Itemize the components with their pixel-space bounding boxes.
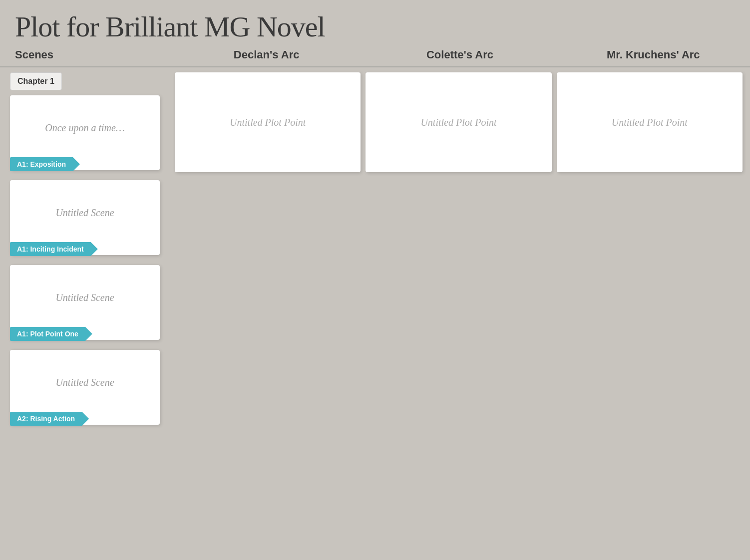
scenes-column: Chapter 1 Once upon a time… A1: Expositi… <box>0 67 170 445</box>
scene-2-badge: A1: Inciting Incident <box>10 242 98 256</box>
plot-point-colette-1-title: Untitled Plot Point <box>420 117 496 128</box>
chapter-label: Chapter 1 <box>10 72 62 90</box>
scene-1-badge: A1: Exposition <box>10 157 80 171</box>
arc-column-colette: Untitled Plot Point <box>366 72 551 435</box>
plot-point-declan-1[interactable]: Untitled Plot Point <box>175 72 361 172</box>
column-headers: Scenes Declan's Arc Colette's Arc Mr. Kr… <box>0 48 750 67</box>
scene-3-title: Untitled Scene <box>55 292 114 303</box>
plot-point-kruchens-1-title: Untitled Plot Point <box>612 117 688 128</box>
scene-4-badge: A2: Rising Action <box>10 412 89 426</box>
arc-column-header-1: Colette's Arc <box>363 48 556 61</box>
scene-2-title: Untitled Scene <box>55 207 114 219</box>
page-header: Plot for Brilliant MG Novel <box>0 0 750 48</box>
arc-column-declan: Untitled Plot Point <box>175 72 361 435</box>
scenes-column-header: Scenes <box>0 48 170 61</box>
scene-1-title: Once upon a time… <box>45 122 124 134</box>
scene-card-3[interactable]: Untitled Scene A1: Plot Point One <box>10 265 160 340</box>
scene-3-badge: A1: Plot Point One <box>10 327 92 341</box>
scene-card-1[interactable]: Once upon a time… A1: Exposition <box>10 95 160 170</box>
arc-column-header-0: Declan's Arc <box>170 48 363 61</box>
main-content: Chapter 1 Once upon a time… A1: Expositi… <box>0 67 750 445</box>
plot-point-kruchens-1[interactable]: Untitled Plot Point <box>557 72 743 172</box>
plot-point-colette-1[interactable]: Untitled Plot Point <box>366 72 551 172</box>
scene-card-2[interactable]: Untitled Scene A1: Inciting Incident <box>10 180 160 255</box>
arc-column-kruchens: Untitled Plot Point <box>557 72 743 435</box>
arcs-area: Untitled Plot Point Untitled Plot Point … <box>170 67 750 445</box>
scene-4-title: Untitled Scene <box>55 377 114 388</box>
page-title: Plot for Brilliant MG Novel <box>15 10 735 43</box>
scene-card-4[interactable]: Untitled Scene A2: Rising Action <box>10 350 160 425</box>
plot-point-declan-1-title: Untitled Plot Point <box>230 117 306 128</box>
arc-column-header-2: Mr. Kruchens' Arc <box>557 48 750 61</box>
